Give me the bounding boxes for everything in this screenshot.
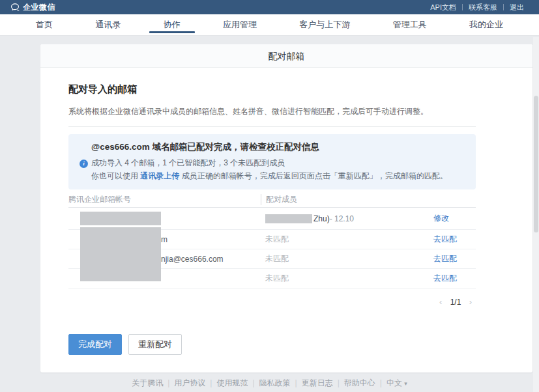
divider <box>68 126 476 127</box>
footer-link-changelog[interactable]: 更新日志 <box>302 378 333 387</box>
tab-app-management[interactable]: 应用管理 <box>216 14 263 35</box>
prev-page-icon[interactable]: ‹ <box>439 297 442 307</box>
topbar-link-logout[interactable]: 退出 <box>504 3 530 12</box>
email-fragment: njia@ces666.com <box>161 255 224 264</box>
footer-divider: | <box>210 378 212 387</box>
footer-divider: | <box>252 378 254 387</box>
modify-link[interactable]: 修改 <box>433 214 449 223</box>
column-header-email: 腾讯企业邮箱帐号 <box>68 194 261 205</box>
notice-hint-prefix: 你也可以使用 <box>91 171 140 180</box>
tab-home[interactable]: 首页 <box>29 14 59 35</box>
tab-admin-tools[interactable]: 管理工具 <box>386 14 433 35</box>
notice-hint: 你也可以使用 通讯录上传 成员正确的邮箱帐号，完成后返回页面点击「重新匹配」，完… <box>91 169 463 182</box>
go-match-link[interactable]: 去匹配 <box>433 234 457 244</box>
main-nav: 首页 通讯录 协作 应用管理 客户与上下游 管理工具 我的企业 <box>0 14 539 36</box>
go-match-link[interactable]: 去匹配 <box>433 254 457 263</box>
table-header: 腾讯企业邮箱帐号 配对成员 <box>68 194 476 208</box>
section-description: 系统将根据企业微信通讯录中成员的邮箱信息、姓名拼音、微信进行智能匹配，完成后可手… <box>68 106 476 117</box>
page-title: 配对邮箱 <box>40 44 532 68</box>
redacted-email <box>80 212 161 225</box>
topbar: 企业微信 API文档 联系客服 退出 <box>0 0 539 14</box>
redacted-emails-block <box>80 227 161 281</box>
tab-collaboration[interactable]: 协作 <box>157 14 187 35</box>
footer-link-help[interactable]: 帮助中心 <box>344 378 375 387</box>
footer-link-privacy[interactable]: 隐私政策 <box>259 378 291 387</box>
footer: 关于腾讯|用户协议|使用规范|隐私政策|更新日志|帮助中心|中文 ▾ <box>0 378 539 389</box>
page-indicator: 1/1 <box>450 298 461 307</box>
pagination: ‹ 1/1 › <box>68 297 476 307</box>
topbar-link-api-docs[interactable]: API文档 <box>424 3 462 12</box>
tab-contacts[interactable]: 通讯录 <box>89 14 127 35</box>
notice-box: i @ces666.com 域名邮箱已配对完成，请检查校正配对信息 成功导入 4… <box>68 134 476 189</box>
footer-link-rules[interactable]: 使用规范 <box>216 378 248 387</box>
topbar-link-support[interactable]: 联系客服 <box>463 3 503 12</box>
member-name: Zhu) <box>313 214 330 223</box>
email-fragment: m <box>161 235 168 244</box>
language-label: 中文 <box>386 378 402 387</box>
footer-link-about[interactable]: 关于腾讯 <box>132 378 163 387</box>
redacted-member-name <box>265 214 312 223</box>
topbar-links: API文档 联系客服 退出 <box>424 3 530 12</box>
footer-divider: | <box>168 378 169 387</box>
footer-divider: | <box>380 378 382 387</box>
next-page-icon[interactable]: › <box>469 297 472 307</box>
column-header-member: 配对成员 <box>261 194 476 205</box>
notice-summary: 成功导入 4 个邮箱，1 个已智能配对，3 个未匹配到成员 <box>91 156 463 169</box>
member-suffix: - 12.10 <box>330 214 354 223</box>
notice-title: @ces666.com 域名邮箱已配对完成，请检查校正配对信息 <box>91 141 463 153</box>
footer-divider: | <box>295 378 297 387</box>
chevron-down-icon: ▾ <box>404 380 407 387</box>
status-unmatched: 未匹配 <box>265 234 289 245</box>
language-selector[interactable]: 中文 ▾ <box>386 378 407 387</box>
status-unmatched: 未匹配 <box>265 273 289 284</box>
notice-hint-suffix: 成员正确的邮箱帐号，完成后返回页面点击「重新匹配」，完成邮箱的匹配。 <box>179 171 447 180</box>
table-row: Zhu) - 12.10 修改 <box>68 208 476 230</box>
contacts-upload-link[interactable]: 通讯录上传 <box>140 171 179 180</box>
footer-link-agreement[interactable]: 用户协议 <box>174 378 205 387</box>
footer-divider: | <box>338 378 340 387</box>
section-heading: 配对导入的邮箱 <box>68 83 476 96</box>
scrollbar-thumb[interactable] <box>534 96 538 232</box>
action-buttons: 完成配对 重新配对 <box>68 334 476 355</box>
pairing-card: 配对邮箱 配对导入的邮箱 系统将根据企业微信通讯录中成员的邮箱信息、姓名拼音、微… <box>40 44 532 372</box>
status-unmatched: 未匹配 <box>265 253 289 264</box>
wechat-work-logo-icon <box>10 3 20 12</box>
re-pair-button[interactable]: 重新配对 <box>128 334 182 355</box>
go-match-link[interactable]: 去匹配 <box>433 273 457 283</box>
finish-pairing-button[interactable]: 完成配对 <box>68 334 122 355</box>
tab-customers[interactable]: 客户与上下游 <box>293 14 357 35</box>
brand[interactable]: 企业微信 <box>10 2 55 13</box>
info-icon: i <box>80 160 88 168</box>
tab-my-company[interactable]: 我的企业 <box>463 14 510 35</box>
pairing-table: 腾讯企业邮箱帐号 配对成员 Zhu) - 12.10 修改 m 未匹配 去匹配 … <box>68 194 476 288</box>
brand-name: 企业微信 <box>23 2 55 13</box>
scrollbar[interactable] <box>533 37 539 392</box>
